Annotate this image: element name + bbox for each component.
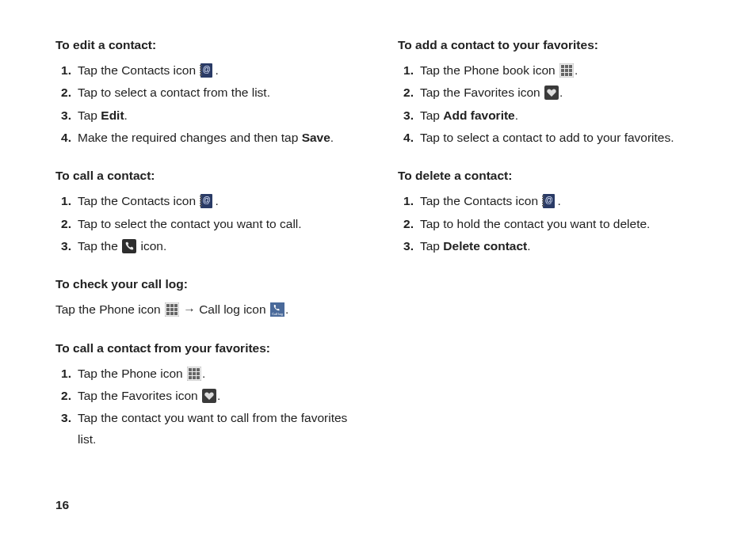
step-text: Tap to select a contact to add to your f…: [420, 127, 708, 148]
step-number: 2.: [55, 214, 71, 234]
step: 1. Tap the Contacts icon .: [398, 191, 708, 211]
two-column-layout: To edit a contact: 1. Tap the Contacts i…: [55, 38, 708, 470]
keypad-icon: [187, 367, 201, 381]
edit-contact-section: To edit a contact: 1. Tap the Contacts i…: [55, 38, 366, 148]
step-number: 1.: [398, 191, 414, 211]
call-contact-section: To call a contact: 1. Tap the Contacts i…: [55, 169, 366, 257]
step-text: Tap the contact you want to call from th…: [78, 408, 366, 450]
step: 3. Tap Edit.: [55, 105, 366, 126]
step-number: 3.: [55, 408, 71, 450]
heart-icon: [544, 86, 559, 100]
step-text: Tap the Phone book icon .: [420, 60, 708, 81]
heart-icon: [202, 389, 216, 403]
call-log-section: To check your call log: Tap the Phone ic…: [55, 277, 366, 320]
step: 2. Tap the Favorites icon .: [55, 386, 366, 406]
step: 2. Tap the Favorites icon .: [398, 82, 708, 103]
step-number: 4.: [55, 127, 71, 148]
section-heading: To call a contact:: [55, 169, 366, 183]
keypad-icon: [165, 302, 179, 317]
call-icon: [122, 239, 136, 253]
page-number: 16: [55, 498, 69, 512]
step-text: Tap the Contacts icon .: [78, 191, 366, 211]
step-text: Tap the Favorites icon .: [78, 386, 366, 406]
manual-page: To edit a contact: 1. Tap the Contacts i…: [0, 0, 756, 536]
step-text: Tap to select a contact from the list.: [78, 82, 366, 103]
keypad-icon: [559, 63, 574, 78]
step-text: Tap the icon.: [78, 236, 366, 257]
step-text: Tap the Favorites icon .: [420, 82, 708, 103]
step: 3. Tap the icon.: [55, 236, 366, 257]
step-text: Make the required changes and then tap S…: [78, 127, 366, 148]
step: 2. Tap to select a contact from the list…: [55, 82, 366, 103]
delete-contact-section: To delete a contact: 1. Tap the Contacts…: [398, 169, 708, 257]
calllog-icon: [270, 302, 284, 317]
step-number: 4.: [398, 127, 414, 148]
step-text: Tap the Contacts icon .: [420, 191, 708, 211]
section-heading: To edit a contact:: [55, 38, 366, 52]
call-favorite-section: To call a contact from your favorites: 1…: [55, 341, 366, 450]
contacts-icon: [200, 63, 214, 78]
step: 1. Tap the Phone book icon .: [398, 60, 708, 81]
instruction-text: Tap the Phone icon → Call log icon .: [55, 299, 366, 320]
contacts-icon: [200, 194, 214, 208]
step: 4. Tap to select a contact to add to you…: [398, 127, 708, 148]
section-heading: To check your call log:: [55, 277, 366, 291]
step: 1. Tap the Contacts icon .: [55, 60, 366, 81]
step-number: 1.: [55, 60, 71, 81]
step-number: 1.: [55, 363, 71, 384]
step-number: 3.: [55, 105, 71, 126]
step-number: 2.: [398, 82, 414, 103]
step: 4. Make the required changes and then ta…: [55, 127, 366, 148]
step-text: Tap to hold the contact you want to dele…: [420, 214, 708, 234]
step-text: Tap the Contacts icon .: [78, 60, 366, 81]
step-number: 3.: [398, 236, 414, 257]
step: 3. Tap Add favorite.: [398, 105, 708, 126]
add-favorite-section: To add a contact to your favorites: 1. T…: [398, 38, 708, 148]
step: 3. Tap Delete contact.: [398, 236, 708, 257]
step-number: 3.: [398, 105, 414, 126]
step: 1. Tap the Contacts icon .: [55, 191, 366, 211]
section-heading: To add a contact to your favorites:: [398, 38, 708, 52]
step-number: 2.: [55, 386, 71, 406]
step-number: 1.: [398, 60, 414, 81]
step: 1. Tap the Phone icon .: [55, 363, 366, 384]
step-text: Tap the Phone icon .: [78, 363, 366, 384]
step-number: 3.: [55, 236, 71, 257]
step: 2. Tap to hold the contact you want to d…: [398, 214, 708, 234]
section-heading: To delete a contact:: [398, 169, 708, 183]
section-heading: To call a contact from your favorites:: [55, 341, 366, 355]
contacts-icon: [542, 194, 556, 208]
step-text: Tap Delete contact.: [420, 236, 708, 257]
step-text: Tap Add favorite.: [420, 105, 708, 126]
step: 3. Tap the contact you want to call from…: [55, 408, 366, 450]
step-text: Tap to select the contact you want to ca…: [78, 214, 366, 234]
right-column: To add a contact to your favorites: 1. T…: [398, 38, 708, 470]
step-number: 2.: [55, 82, 71, 103]
step-number: 2.: [398, 214, 414, 234]
step: 2. Tap to select the contact you want to…: [55, 214, 366, 234]
step-text: Tap Edit.: [78, 105, 366, 126]
step-number: 1.: [55, 191, 71, 211]
left-column: To edit a contact: 1. Tap the Contacts i…: [55, 38, 366, 470]
